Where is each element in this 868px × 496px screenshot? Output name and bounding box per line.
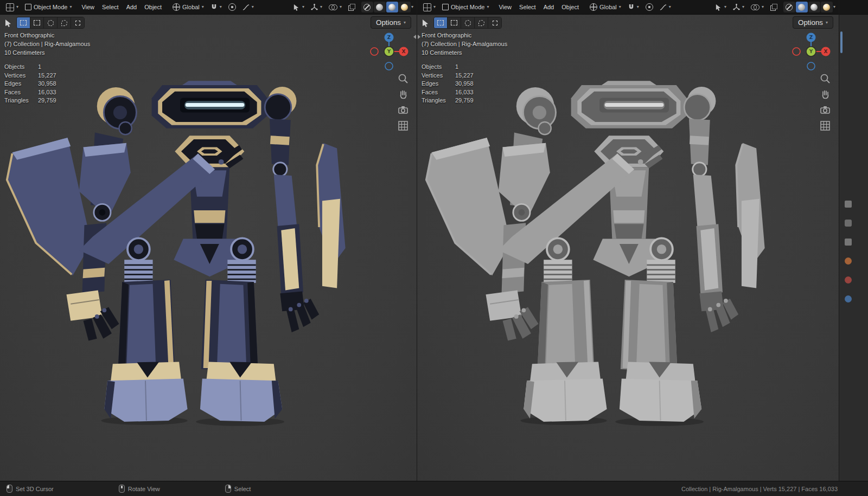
- navigation-gizmo[interactable]: Z X Y: [790, 30, 832, 73]
- stat-label: Vertices: [422, 72, 455, 80]
- object-visibility-select[interactable]: ▾: [712, 2, 729, 12]
- proportional-edit-toggle[interactable]: [226, 2, 239, 12]
- snap-toggle[interactable]: ▾: [625, 2, 642, 12]
- select-tweak-button[interactable]: [17, 17, 30, 28]
- object-visibility-select[interactable]: ▾: [290, 2, 307, 12]
- gizmos-toggle[interactable]: ▾: [308, 2, 325, 12]
- snap-toggle[interactable]: ▾: [208, 2, 225, 12]
- transform-orientation-select[interactable]: Global ▾: [170, 2, 207, 12]
- viewport-divider-grip[interactable]: [412, 34, 422, 40]
- solid-sphere-icon: [798, 4, 805, 11]
- shading-wireframe-button[interactable]: [361, 2, 373, 12]
- viewport-right[interactable]: ▾ Object Mode ▾ View Select Add Object G…: [417, 0, 839, 481]
- grid-toggle-icon[interactable]: [397, 120, 409, 132]
- stat-label: Objects: [4, 63, 38, 72]
- active-tool-icon[interactable]: [4, 19, 12, 27]
- select-box-button[interactable]: [448, 17, 461, 28]
- properties-tab-icon[interactable]: [845, 295, 852, 302]
- properties-tab-icon[interactable]: [845, 239, 852, 246]
- shading-mode-group: ▾: [361, 2, 413, 12]
- active-tool-icon[interactable]: [422, 19, 430, 27]
- select-lasso-button[interactable]: [58, 17, 71, 28]
- axis-x-label: X: [402, 49, 406, 54]
- editor-type-button[interactable]: ▾: [420, 2, 438, 13]
- properties-tab-icon[interactable]: [845, 220, 852, 227]
- select-extra-button[interactable]: [71, 17, 84, 28]
- shading-material-button[interactable]: [386, 2, 398, 12]
- shading-solid-button[interactable]: [374, 2, 386, 12]
- shading-solid-button[interactable]: [796, 2, 808, 12]
- shading-material-button[interactable]: [808, 2, 820, 12]
- select-box-button[interactable]: [30, 17, 44, 28]
- pan-hand-icon[interactable]: [819, 88, 831, 100]
- menu-add[interactable]: Add: [123, 2, 141, 12]
- navigation-gizmo[interactable]: Z X Y: [368, 30, 410, 73]
- stat-value: 15,227: [455, 72, 474, 80]
- proportional-edit-toggle[interactable]: [643, 2, 656, 12]
- orientation-label: Global: [182, 4, 200, 10]
- zoom-icon[interactable]: [397, 73, 409, 85]
- mode-select[interactable]: Object Mode ▾: [22, 2, 74, 12]
- menu-object[interactable]: Object: [141, 2, 165, 12]
- axis-neg-z-ball[interactable]: [807, 62, 815, 70]
- select-extra-button[interactable]: [488, 17, 501, 28]
- properties-tab-icon[interactable]: [845, 276, 852, 284]
- scrollbar[interactable]: [840, 31, 843, 53]
- pan-hand-icon[interactable]: [397, 88, 409, 100]
- collection-text: (7) Collection | Rig-Amalgamous: [422, 40, 507, 48]
- gizmos-toggle[interactable]: ▾: [730, 2, 747, 12]
- magnet-icon: [210, 4, 218, 11]
- mode-label: Object Mode: [34, 4, 67, 10]
- editor-type-button[interactable]: ▾: [3, 2, 21, 13]
- camera-view-icon[interactable]: [819, 104, 831, 116]
- shading-wireframe-button[interactable]: [783, 2, 795, 12]
- pointer-icon: [293, 4, 300, 11]
- menu-view[interactable]: View: [495, 2, 515, 12]
- stat-value: 16,033: [455, 88, 474, 97]
- menu-add[interactable]: Add: [540, 2, 558, 12]
- chevron-down-icon: ▾: [637, 5, 639, 9]
- viewport-nav-tools: [819, 73, 831, 132]
- mode-select[interactable]: Object Mode ▾: [439, 2, 492, 12]
- select-tweak-button[interactable]: [434, 17, 448, 28]
- axis-neg-x-ball[interactable]: [793, 48, 800, 55]
- overlays-toggle[interactable]: ▾: [326, 3, 344, 12]
- menu-view[interactable]: View: [78, 2, 98, 12]
- overlays-toggle[interactable]: ▾: [748, 3, 767, 12]
- shading-rendered-button[interactable]: [821, 2, 833, 12]
- robot-model-solid[interactable]: [424, 69, 776, 433]
- options-button[interactable]: Options ▾: [371, 16, 411, 29]
- options-button[interactable]: Options ▾: [793, 16, 833, 29]
- properties-header: [839, 0, 868, 15]
- xray-toggle[interactable]: [768, 2, 780, 12]
- axis-neg-x-ball[interactable]: [371, 48, 378, 55]
- viewport-menus: View Select Add Object: [78, 2, 165, 12]
- hint-label: Rotate View: [128, 486, 160, 492]
- stat-value: 29,759: [38, 96, 56, 105]
- menu-select[interactable]: Select: [515, 2, 540, 12]
- select-circle-button[interactable]: [461, 17, 475, 28]
- menu-select[interactable]: Select: [98, 2, 123, 12]
- viewport-left[interactable]: ▾ Object Mode ▾ View Select Add Object G…: [0, 0, 417, 481]
- select-circle-button[interactable]: [44, 17, 58, 28]
- shading-rendered-button[interactable]: [399, 2, 411, 12]
- robot-model-material-preview[interactable]: [4, 69, 357, 433]
- proportional-falloff-select[interactable]: ▾: [657, 2, 674, 12]
- chevron-down-icon: ▾: [724, 5, 726, 9]
- select-lasso-button[interactable]: [475, 17, 488, 28]
- properties-tab-icon[interactable]: [845, 201, 852, 208]
- proportional-falloff-select[interactable]: ▾: [240, 2, 257, 12]
- shading-mode-group: ▾: [783, 2, 835, 12]
- tweak-icon: [437, 20, 444, 25]
- zoom-icon[interactable]: [819, 73, 831, 85]
- properties-tab-icon[interactable]: [845, 257, 852, 265]
- axis-neg-z-ball[interactable]: [385, 62, 393, 70]
- xray-toggle[interactable]: [346, 2, 358, 12]
- grid-toggle-icon[interactable]: [819, 120, 831, 132]
- camera-view-icon[interactable]: [397, 104, 409, 116]
- tool-settings-row: [4, 17, 85, 29]
- transform-orientation-select[interactable]: Global ▾: [587, 2, 624, 12]
- xray-icon: [770, 4, 777, 11]
- menu-object[interactable]: Object: [558, 2, 583, 12]
- stat-value: 29,759: [455, 96, 474, 105]
